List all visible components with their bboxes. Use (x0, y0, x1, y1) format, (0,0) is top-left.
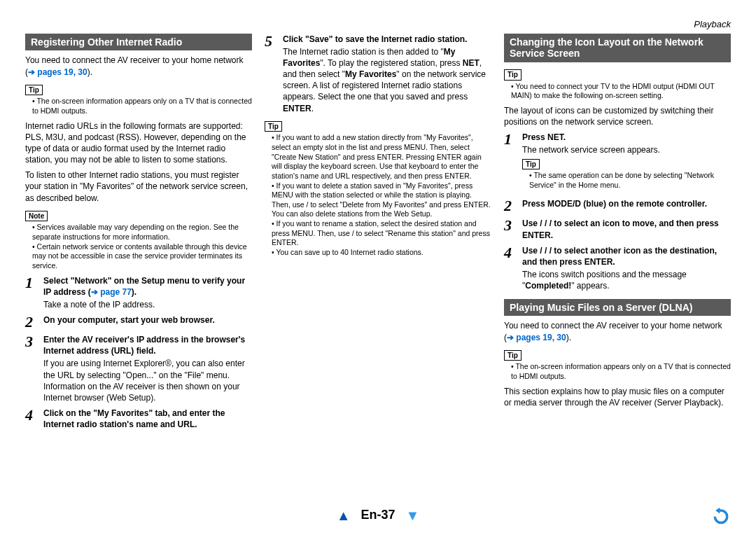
step-desc: If you are using Internet Explorer®, you… (43, 358, 252, 403)
tip-item: You need to connect your TV to the HDMI … (511, 82, 731, 101)
tip-label: Tip (504, 350, 522, 361)
step-title: Press NET. (522, 132, 731, 143)
step-title: Use / / / to select another icon as the … (522, 245, 731, 268)
step-title: Click "Save" to save the Internet radio … (283, 34, 491, 45)
step-number: 3 (504, 218, 517, 240)
step-1: 1 Select "Network" on the Setup menu to … (25, 275, 252, 311)
tip-label: Tip (522, 159, 540, 170)
step-5: 5 Click "Save" to save the Internet radi… (265, 34, 491, 114)
note-item: Certain network service or contents avai… (32, 242, 252, 271)
body-text: To listen to other Internet radio statio… (25, 169, 252, 204)
tip-list: The same operation can be done by select… (522, 171, 731, 190)
step-2c: 2 Press MODE/D (blue) on the remote cont… (504, 198, 731, 214)
step-number: 2 (25, 314, 38, 330)
step-title: Select "Network" on the Setup menu to ve… (43, 275, 252, 298)
step-desc: The network service screen appears. (522, 144, 731, 155)
tip-label: Tip (504, 69, 522, 81)
body-text: The layout of icons can be customized by… (504, 105, 731, 127)
step-4: 4 Click on the "My Favorites" tab, and e… (25, 408, 252, 430)
step-title: Press MODE/D (blue) on the remote contro… (522, 198, 731, 209)
step-number: 4 (25, 408, 38, 430)
tip-list: The on-screen information appears only o… (504, 362, 731, 381)
note-item: Services available may vary depending on… (32, 223, 252, 242)
return-icon[interactable] (711, 506, 731, 525)
tip-item: If you want to delete a station saved in… (272, 181, 491, 220)
tip-label: Tip (25, 85, 43, 96)
step-number: 1 (504, 132, 517, 194)
step-number: 1 (25, 275, 38, 311)
tip-list: The on-screen information appears only o… (25, 97, 252, 116)
tip-item: The same operation can be done by select… (529, 171, 731, 190)
tip-label: Tip (265, 121, 282, 132)
section-heading-registering: Registering Other Internet Radio (25, 34, 252, 51)
step-3c: 3 Use / / / to select an icon to move, a… (504, 218, 731, 240)
breadcrumb: Playback (25, 18, 731, 31)
body-text: Internet radio URLs in the following for… (25, 120, 252, 166)
next-page-icon[interactable]: ▼ (406, 508, 420, 523)
tip-item: If you want to add a new station directl… (272, 133, 491, 181)
column-1: Registering Other Internet Radio You nee… (25, 34, 252, 435)
section-heading-dlna: Playing Music Files on a Server (DLNA) (504, 299, 731, 317)
section-heading-icon-layout: Changing the Icon Layout on the Network … (504, 34, 731, 63)
tip-item: You can save up to 40 Internet radio sta… (272, 248, 491, 258)
step-desc: Take a note of the IP address. (43, 299, 252, 310)
step-title: Click on the "My Favorites" tab, and ent… (43, 408, 252, 430)
step-title: On your computer, start your web browser… (43, 314, 252, 326)
tip-list: You need to connect your TV to the HDMI … (504, 82, 731, 101)
note-list: Services available may vary depending on… (25, 223, 252, 270)
tip-item: The on-screen information appears only o… (32, 97, 252, 116)
tip-item: If you want to rename a station, select … (272, 219, 491, 248)
link-pages-19-30-b[interactable]: ➔ pages 19, 30 (507, 333, 566, 342)
step-4c: 4 Use / / / to select another icon as th… (504, 245, 731, 292)
page-footer: ▲ En-37 ▼ (0, 506, 756, 525)
tip-item: The on-screen information appears only o… (511, 362, 731, 381)
column-2: 5 Click "Save" to save the Internet radi… (265, 34, 491, 435)
step-3: 3 Enter the AV receiver's IP address in … (25, 334, 252, 403)
step-number: 4 (504, 245, 517, 292)
step-2: 2 On your computer, start your web brows… (25, 314, 252, 330)
step-1c: 1 Press NET. The network service screen … (504, 132, 731, 194)
step-number: 2 (504, 198, 517, 214)
link-pages-19-30[interactable]: ➔ pages 19, 30 (28, 67, 88, 77)
step-number: 5 (265, 34, 277, 114)
step-title: Use / / / to select an icon to move, and… (522, 218, 731, 240)
tip-list: If you want to add a new station directl… (265, 133, 491, 257)
step-desc: The Internet radio station is then added… (283, 46, 491, 114)
prev-page-icon[interactable]: ▲ (337, 508, 351, 523)
note-label: Note (25, 211, 48, 222)
step-desc: The icons switch positions and the messa… (522, 269, 731, 291)
body-text: This section explains how to play music … (504, 386, 731, 408)
step-number: 3 (25, 334, 38, 403)
step-title: Enter the AV receiver's IP address in th… (43, 334, 252, 356)
link-page-77[interactable]: ➔ page 77 (91, 287, 132, 297)
body-text: You need to connect the AV receiver to y… (504, 320, 731, 342)
column-3: Changing the Icon Layout on the Network … (504, 34, 731, 435)
page-number: En-37 (360, 508, 395, 522)
intro-text: You need to connect the AV receiver to y… (25, 55, 252, 77)
